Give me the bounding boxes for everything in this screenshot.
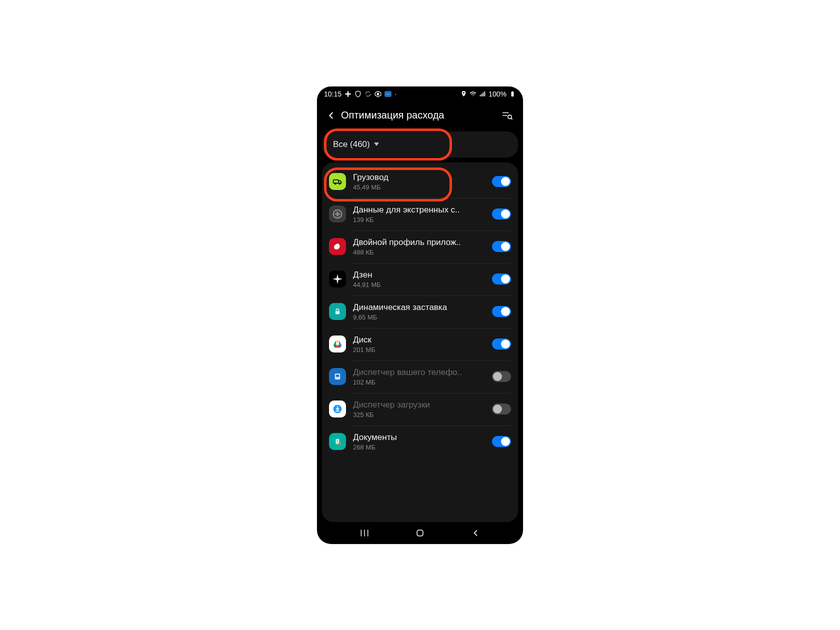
app-row[interactable]: Дзен44,91 МБ [322,263,518,296]
svg-rect-5 [482,94,482,96]
app-size: 44,91 МБ [353,281,485,288]
app-texts: Данные для экстренных с..139 КБ [353,205,485,224]
svg-text:S: S [377,92,379,96]
svg-rect-9 [512,91,513,92]
app-row[interactable]: Двойной профиль прилож..488 КБ [322,230,518,263]
svg-marker-24 [334,340,336,345]
app-toggle[interactable] [492,306,511,317]
app-row[interactable]: Документы268 МБ [322,426,518,458]
svg-rect-19 [335,213,340,214]
truck-icon [329,173,346,190]
app-toggle[interactable] [492,371,511,382]
filter-panel: Все (460) [322,132,518,158]
svg-point-15 [335,183,336,184]
app-texts: Динамическая заставка9,65 МБ [353,302,485,321]
app-size: 9,65 МБ [353,314,485,321]
nav-home-button[interactable] [413,526,427,540]
svg-rect-8 [512,92,514,96]
location-icon [460,90,467,98]
more-dot-icon: · [394,90,396,98]
phone-mgr-icon [329,368,346,385]
svg-point-16 [339,183,340,184]
battery-text: 100% [488,90,506,98]
nav-recents-button[interactable] [358,526,372,540]
app-row[interactable]: Грузовод45,49 МБ [322,166,518,198]
status-time: 10:15 [324,90,342,98]
svg-rect-40 [368,530,368,536]
back-button[interactable] [322,106,340,124]
app-header: Оптимизация расхода [317,102,523,132]
app-toggle[interactable] [492,241,511,252]
app-name: Документы [353,432,485,442]
app-toggle[interactable] [492,274,511,284]
svg-line-13 [511,118,512,119]
download-icon [329,400,346,418]
app-toggle[interactable] [492,176,511,187]
app-name: Диск [353,335,485,345]
app-texts: Диск201 МБ [353,335,485,354]
filter-chip[interactable]: Все (460) [329,138,383,150]
app-name: Грузовод [353,172,485,182]
app-texts: Грузовод45,49 МБ [353,172,485,191]
app-size: 139 КБ [353,216,485,224]
app-name: Диспетчер загрузки [353,400,485,410]
svg-marker-22 [336,340,340,344]
app-size: 268 МБ [353,444,485,451]
svg-rect-1 [345,93,351,94]
app-texts: Двойной профиль прилож..488 КБ [353,238,485,256]
app-toggle[interactable] [492,404,511,414]
svg-rect-39 [364,530,365,536]
s-icon: S [374,90,382,98]
slack-icon [344,90,352,98]
svg-rect-4 [480,94,481,96]
app-size: 325 КБ [353,411,485,418]
svg-rect-29 [336,374,339,377]
app-list[interactable]: Грузовод45,49 МБДанные для экстренных с.… [322,162,518,461]
app-size: 45,49 МБ [353,184,485,191]
blob-icon [329,238,346,255]
app-row[interactable]: Динамическая заставка9,65 МБ [322,296,518,328]
app-name: Данные для экстренных с.. [353,205,485,215]
app-name: Динамическая заставка [353,302,485,312]
nav-back-button[interactable] [468,526,482,540]
docs-icon [329,433,346,450]
app-row[interactable]: Диспетчер вашего телефо..102 МБ [322,360,518,393]
app-toggle[interactable] [492,208,511,220]
signal-icon [479,90,486,98]
app-size: 488 КБ [353,248,485,256]
drive-icon [329,336,346,352]
search-filter-button[interactable] [498,106,516,124]
app-name: Диспетчер вашего телефо.. [353,368,485,378]
app-texts: Диспетчер вашего телефо..102 МБ [353,368,485,386]
svg-rect-6 [483,92,484,96]
app-name: Дзен [353,270,485,280]
app-texts: Диспетчер загрузки325 КБ [353,400,485,418]
app-size: 102 МБ [353,378,485,386]
svg-rect-20 [336,311,340,314]
app-list-panel: Грузовод45,49 МБДанные для экстренных с.… [322,162,518,522]
filter-label: Все (460) [333,140,370,150]
page-title: Оптимизация расхода [340,110,498,121]
lock-icon [329,303,346,320]
app-row[interactable]: Диск201 МБ [322,328,518,360]
star4-icon [329,270,346,288]
phone-frame: 10:15 S — · [317,86,523,544]
app-texts: Дзен44,91 МБ [353,270,485,288]
svg-rect-38 [361,530,362,536]
svg-rect-7 [484,91,486,96]
svg-rect-41 [417,530,423,536]
plus-icon [329,206,346,222]
status-bar: 10:15 S — · [317,86,523,102]
app-texts: Документы268 МБ [353,432,485,451]
app-row[interactable]: Диспетчер загрузки325 КБ [322,393,518,426]
battery-icon [509,90,516,98]
app-toggle[interactable] [492,436,511,447]
app-row[interactable]: Данные для экстренных с..139 КБ [322,198,518,230]
svg-marker-23 [339,340,342,345]
system-nav-bar [317,522,523,544]
app-toggle[interactable] [492,338,511,350]
wifi-icon [470,90,476,98]
app-name: Двойной профиль прилож.. [353,238,485,248]
app-size: 201 МБ [353,346,485,354]
app-badge-icon: — [384,91,392,97]
